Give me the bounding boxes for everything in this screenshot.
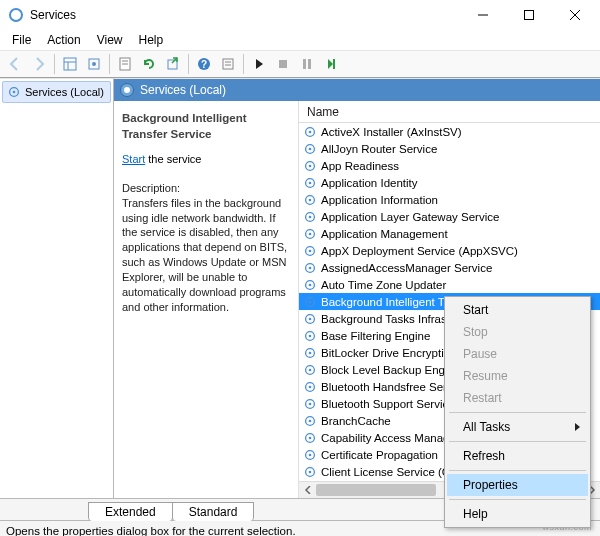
service-row[interactable]: AssignedAccessManager Service [299, 259, 600, 276]
svg-point-27 [309, 164, 312, 167]
scroll-left-button[interactable] [299, 482, 316, 499]
service-row[interactable]: Application Identity [299, 174, 600, 191]
svg-point-53 [309, 385, 312, 388]
service-row[interactable]: Application Management [299, 225, 600, 242]
context-menu-refresh[interactable]: Refresh [447, 445, 588, 467]
minimize-button[interactable] [460, 0, 506, 30]
svg-rect-2 [64, 58, 76, 70]
service-row[interactable]: Application Layer Gateway Service [299, 208, 600, 225]
svg-point-59 [309, 436, 312, 439]
svg-rect-16 [279, 60, 287, 68]
context-menu-properties[interactable]: Properties [447, 474, 588, 496]
title-bar: Services [0, 0, 600, 30]
scroll-thumb[interactable] [316, 484, 436, 496]
menu-action[interactable]: Action [39, 31, 88, 49]
export-button[interactable] [162, 53, 184, 75]
menu-separator [449, 441, 586, 442]
gear-icon [303, 159, 317, 173]
nav-item-services-local[interactable]: Services (Local) [2, 81, 111, 103]
gear-icon [303, 380, 317, 394]
svg-point-29 [309, 181, 312, 184]
svg-rect-10 [168, 60, 177, 69]
export-list-button[interactable] [83, 53, 105, 75]
svg-point-39 [309, 266, 312, 269]
action-button[interactable] [217, 53, 239, 75]
service-row[interactable]: AppX Deployment Service (AppXSVC) [299, 242, 600, 259]
help-icon: ? [196, 56, 212, 72]
description-label: Description: [122, 181, 290, 196]
svg-rect-17 [303, 59, 306, 69]
svg-point-45 [309, 317, 312, 320]
gear-icon [303, 142, 317, 156]
toolbar-separator [243, 54, 244, 74]
props-icon [117, 56, 133, 72]
gear-icon [303, 448, 317, 462]
service-row[interactable]: App Readiness [299, 157, 600, 174]
svg-rect-13 [223, 59, 233, 69]
svg-point-6 [92, 62, 96, 66]
service-name: Certificate Propagation [321, 449, 438, 461]
svg-point-57 [309, 419, 312, 422]
service-row[interactable]: ActiveX Installer (AxInstSV) [299, 123, 600, 140]
restart-icon [323, 56, 339, 72]
play-icon [251, 56, 267, 72]
close-button[interactable] [552, 0, 598, 30]
svg-point-41 [309, 283, 312, 286]
context-menu-pause: Pause [447, 343, 588, 365]
tab-standard[interactable]: Standard [172, 502, 255, 521]
gear-icon [303, 312, 317, 326]
context-menu-all-tasks[interactable]: All Tasks [447, 416, 588, 438]
svg-point-31 [309, 198, 312, 201]
gear-icon [303, 176, 317, 190]
svg-point-23 [309, 130, 312, 133]
service-row[interactable]: Application Information [299, 191, 600, 208]
start-service-link[interactable]: Start [122, 153, 145, 165]
service-name: Application Information [321, 194, 438, 206]
context-menu-start[interactable]: Start [447, 299, 588, 321]
svg-point-25 [309, 147, 312, 150]
svg-text:?: ? [201, 59, 207, 70]
service-name: ActiveX Installer (AxInstSV) [321, 126, 462, 138]
tree-icon [62, 56, 78, 72]
service-name: Bluetooth Support Service [321, 398, 455, 410]
service-name: Application Management [321, 228, 448, 240]
svg-point-49 [309, 351, 312, 354]
properties-toolbar-button[interactable] [114, 53, 136, 75]
arrow-left-icon [7, 56, 23, 72]
gear-icon [303, 431, 317, 445]
gear-icon [303, 465, 317, 479]
service-description: Transfers files in the background using … [122, 196, 290, 315]
maximize-button[interactable] [506, 0, 552, 30]
service-name: Auto Time Zone Updater [321, 279, 446, 291]
show-hide-tree-button[interactable] [59, 53, 81, 75]
arrow-right-icon [31, 56, 47, 72]
tab-extended[interactable]: Extended [88, 502, 173, 521]
menu-view[interactable]: View [89, 31, 131, 49]
toolbar: ? [0, 50, 600, 78]
restart-service-button[interactable] [320, 53, 342, 75]
service-row[interactable]: AllJoyn Router Service [299, 140, 600, 157]
context-menu-help[interactable]: Help [447, 503, 588, 525]
context-menu: StartStopPauseResumeRestartAll TasksRefr… [444, 296, 591, 528]
refresh-toolbar-button[interactable] [138, 53, 160, 75]
help-toolbar-button[interactable]: ? [193, 53, 215, 75]
start-service-button[interactable] [248, 53, 270, 75]
menu-help[interactable]: Help [131, 31, 172, 49]
gear-icon [303, 261, 317, 275]
svg-point-51 [309, 368, 312, 371]
gear-icon [7, 85, 21, 99]
service-row[interactable]: Auto Time Zone Updater [299, 276, 600, 293]
service-name: BitLocker Drive Encryption [321, 347, 457, 359]
column-header-name[interactable]: Name [299, 101, 600, 123]
svg-rect-18 [308, 59, 311, 69]
svg-point-61 [309, 453, 312, 456]
export-icon [86, 56, 102, 72]
menu-file[interactable]: File [4, 31, 39, 49]
svg-point-43 [309, 300, 312, 303]
window-title: Services [30, 8, 76, 22]
context-menu-resume: Resume [447, 365, 588, 387]
svg-point-55 [309, 402, 312, 405]
svg-point-35 [309, 232, 312, 235]
status-text: Opens the properties dialog box for the … [6, 525, 296, 536]
gear-icon [303, 210, 317, 224]
